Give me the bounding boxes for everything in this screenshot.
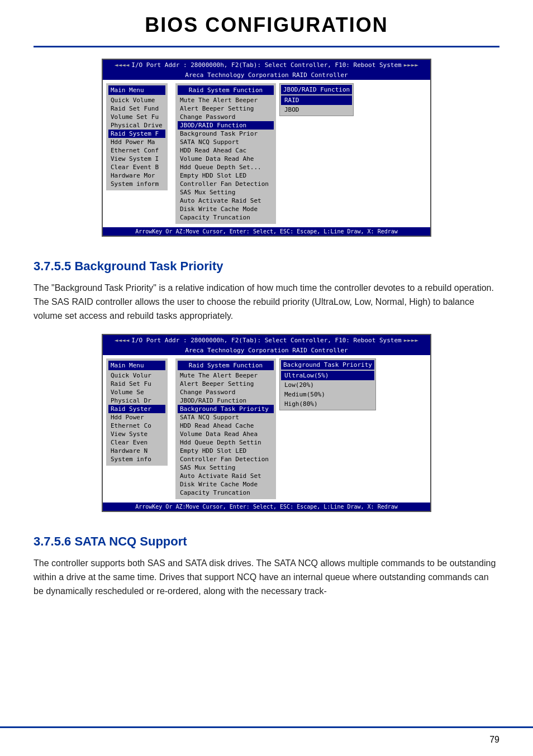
sidebar-item-2-3[interactable]: Physical Dr bbox=[108, 396, 165, 405]
center-item-2-7[interactable]: Volume Data Read Ahea bbox=[178, 430, 274, 438]
sidebar-item-2-1[interactable]: Raid Set Fu bbox=[108, 380, 165, 388]
sidebar-item-2-6[interactable]: Ethernet Co bbox=[108, 422, 165, 430]
bios-layout-2: Main Menu Quick Volur Raid Set Fu Volume… bbox=[103, 355, 430, 503]
bios-layout-1: Main Menu Quick Volume Raid Set Fund Vol… bbox=[103, 80, 430, 227]
submenu-item-1-0[interactable]: RAID bbox=[281, 95, 352, 105]
bios-sidebar-title-1: Main Menu bbox=[108, 85, 165, 95]
bios-topbar-text-1: I/O Port Addr : 28000000h, F2(Tab): Sele… bbox=[131, 61, 401, 69]
sidebar-item-1-10[interactable]: System inform bbox=[108, 180, 165, 188]
section-heading-2: 3.7.5.6 SATA NCQ Support bbox=[34, 534, 499, 549]
bios-submenu-area-2: Background Task Priority UltraLow(5%) Lo… bbox=[279, 358, 376, 410]
center-item-2-6[interactable]: HDD Read Ahead Cache bbox=[178, 422, 274, 430]
arrow-left-icon-1: ◄◄◄◄ bbox=[115, 61, 130, 69]
bios-sidebar-2: Main Menu Quick Volur Raid Set Fu Volume… bbox=[106, 358, 168, 466]
center-item-1-10[interactable]: Controller Fan Detection bbox=[178, 180, 274, 188]
sidebar-item-1-1[interactable]: Raid Set Fund bbox=[108, 104, 165, 113]
submenu-item-2-3[interactable]: High(80%) bbox=[281, 399, 374, 409]
page-header: BIOS CONFIGURATION bbox=[34, 0, 499, 47]
center-item-1-3[interactable]: JBOD/RAID Function bbox=[178, 121, 274, 130]
page-footer-line bbox=[0, 726, 533, 728]
bios-topbar-2: ◄◄◄◄ I/O Port Addr : 28000000h, F2(Tab):… bbox=[103, 335, 430, 346]
sidebar-item-1-9[interactable]: Hardware Mor bbox=[108, 171, 165, 180]
bios-submenu-1: JBOD/RAID Function RAID JBOD bbox=[279, 83, 354, 116]
center-item-2-4[interactable]: Background Task Priority bbox=[178, 405, 274, 413]
sidebar-item-1-5[interactable]: Hdd Power Ma bbox=[108, 138, 165, 146]
sidebar-item-1-3[interactable]: Physical Drive bbox=[108, 121, 165, 130]
bios-center-title-2: Raid System Function bbox=[178, 361, 274, 370]
bios-frame-2: ◄◄◄◄ I/O Port Addr : 28000000h, F2(Tab):… bbox=[102, 334, 431, 512]
bios-subtitle-1: Areca Technology Corporation RAID Contro… bbox=[103, 70, 430, 80]
sidebar-item-1-8[interactable]: Clear Event B bbox=[108, 163, 165, 171]
sidebar-item-2-2[interactable]: Volume Se bbox=[108, 388, 165, 396]
center-item-1-4[interactable]: Background Task Prior bbox=[178, 130, 274, 138]
sidebar-item-1-4[interactable]: Raid System F bbox=[108, 130, 165, 138]
center-item-2-11[interactable]: SAS Mux Setting bbox=[178, 463, 274, 472]
center-item-2-3[interactable]: JBOD/RAID Function bbox=[178, 396, 274, 405]
sidebar-item-1-7[interactable]: View System I bbox=[108, 155, 165, 163]
sidebar-item-2-7[interactable]: View Syste bbox=[108, 430, 165, 438]
sidebar-item-1-2[interactable]: Volume Set Fu bbox=[108, 113, 165, 121]
submenu-item-2-1[interactable]: Low(20%) bbox=[281, 380, 374, 390]
center-item-1-14[interactable]: Capacity Truncation bbox=[178, 213, 274, 222]
bios-center-2: Raid System Function Mute The Alert Beep… bbox=[175, 358, 276, 499]
sidebar-item-2-0[interactable]: Quick Volur bbox=[108, 371, 165, 380]
bios-frame-1-wrapper: ◄◄◄◄ I/O Port Addr : 28000000h, F2(Tab):… bbox=[34, 59, 499, 248]
submenu-item-2-2[interactable]: Medium(50%) bbox=[281, 390, 374, 399]
bios-center-title-1: Raid System Function bbox=[178, 85, 274, 95]
bios-footer-2: ArrowKey Or AZ:Move Cursor, Enter: Selec… bbox=[103, 503, 430, 511]
center-item-1-0[interactable]: Mute The Alert Beeper bbox=[178, 96, 274, 104]
center-item-2-5[interactable]: SATA NCQ Support bbox=[178, 413, 274, 422]
center-item-1-2[interactable]: Change Password bbox=[178, 113, 274, 121]
bios-submenu-title-2: Background Task Priority bbox=[281, 360, 374, 370]
center-item-2-9[interactable]: Empty HDD Slot LED bbox=[178, 447, 274, 455]
section-heading-1: 3.7.5.5 Background Task Priority bbox=[34, 259, 499, 274]
bios-subtitle-2: Areca Technology Corporation RAID Contro… bbox=[103, 346, 430, 355]
page-container: BIOS CONFIGURATION ◄◄◄◄ I/O Port Addr : … bbox=[0, 0, 533, 756]
bios-topbar-text-2: I/O Port Addr : 28000000h, F2(Tab): Sele… bbox=[131, 337, 401, 344]
bios-center-1: Raid System Function Mute The Alert Beep… bbox=[175, 83, 276, 224]
bios-submenu-title-1: JBOD/RAID Function bbox=[281, 85, 352, 94]
center-item-1-6[interactable]: HDD Read Ahead Cac bbox=[178, 146, 274, 155]
center-item-2-13[interactable]: Disk Write Cache Mode bbox=[178, 480, 274, 489]
center-item-2-2[interactable]: Change Password bbox=[178, 388, 274, 396]
bios-submenu-area-1: JBOD/RAID Function RAID JBOD bbox=[279, 83, 354, 116]
bios-footer-1: ArrowKey Or AZ:Move Cursor, Enter: Selec… bbox=[103, 227, 430, 236]
center-item-2-10[interactable]: Controller Fan Detection bbox=[178, 455, 274, 463]
center-item-1-13[interactable]: Disk Write Cache Mode bbox=[178, 205, 274, 213]
page-title: BIOS CONFIGURATION bbox=[34, 13, 499, 37]
center-item-1-12[interactable]: Auto Activate Raid Set bbox=[178, 197, 274, 205]
center-item-1-9[interactable]: Empty HDD Slot LED bbox=[178, 171, 274, 180]
bios-topbar-1: ◄◄◄◄ I/O Port Addr : 28000000h, F2(Tab):… bbox=[103, 60, 430, 70]
center-item-1-5[interactable]: SATA NCQ Support bbox=[178, 138, 274, 146]
sidebar-item-2-8[interactable]: Clear Even bbox=[108, 438, 165, 447]
center-item-2-0[interactable]: Mute The Alert Beeper bbox=[178, 371, 274, 380]
center-item-1-7[interactable]: Volume Data Read Ahe bbox=[178, 155, 274, 163]
sidebar-item-2-10[interactable]: System info bbox=[108, 455, 165, 463]
arrow-left-icon-2: ◄◄◄◄ bbox=[115, 337, 130, 344]
center-item-2-14[interactable]: Capacity Truncation bbox=[178, 489, 274, 497]
center-item-2-8[interactable]: Hdd Queue Depth Settin bbox=[178, 438, 274, 447]
sidebar-item-1-0[interactable]: Quick Volume bbox=[108, 96, 165, 104]
center-item-1-8[interactable]: Hdd Queue Depth Set... bbox=[178, 163, 274, 171]
sidebar-item-1-6[interactable]: Ethernet Conf bbox=[108, 146, 165, 155]
page-number: 79 bbox=[489, 735, 499, 745]
bios-sidebar-title-2: Main Menu bbox=[108, 361, 165, 370]
sidebar-item-2-4[interactable]: Raid Syster bbox=[108, 405, 165, 413]
sidebar-item-2-9[interactable]: Hardware N bbox=[108, 447, 165, 455]
center-item-1-1[interactable]: Alert Beeper Setting bbox=[178, 104, 274, 113]
arrow-right-icon-2: ►►►► bbox=[404, 337, 419, 344]
center-item-1-11[interactable]: SAS Mux Setting bbox=[178, 188, 274, 197]
arrow-right-icon-1: ►►►► bbox=[404, 61, 419, 69]
bios-frame-1: ◄◄◄◄ I/O Port Addr : 28000000h, F2(Tab):… bbox=[102, 59, 431, 237]
bios-frame-2-wrapper: ◄◄◄◄ I/O Port Addr : 28000000h, F2(Tab):… bbox=[34, 334, 499, 523]
section-body-2: The controller supports both SAS and SAT… bbox=[34, 557, 499, 598]
bios-sidebar-1: Main Menu Quick Volume Raid Set Fund Vol… bbox=[106, 83, 168, 190]
sidebar-item-2-5[interactable]: Hdd Power bbox=[108, 413, 165, 422]
section-body-1: The "Background Task Priority" is a rela… bbox=[34, 281, 499, 323]
submenu-item-1-1[interactable]: JBOD bbox=[281, 105, 352, 114]
center-item-2-12[interactable]: Auto Activate Raid Set bbox=[178, 472, 274, 480]
center-item-2-1[interactable]: Alert Beeper Setting bbox=[178, 380, 274, 388]
bios-submenu-2: Background Task Priority UltraLow(5%) Lo… bbox=[279, 358, 376, 410]
submenu-item-2-0[interactable]: UltraLow(5%) bbox=[281, 371, 374, 380]
